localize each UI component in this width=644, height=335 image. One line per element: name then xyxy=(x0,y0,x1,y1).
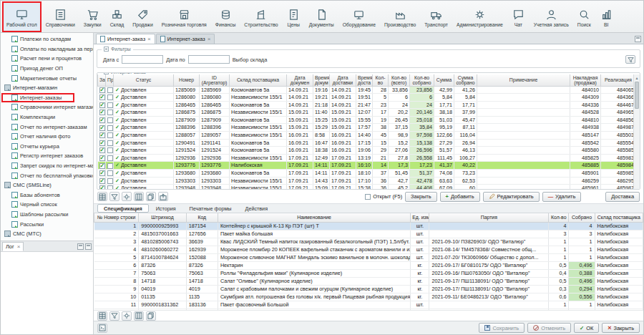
date-from-input[interactable] xyxy=(122,55,163,64)
order-row[interactable]: Доставлен 1293776 1293776 Налибокская 17… xyxy=(98,162,634,170)
sidebar-item[interactable]: Расчет пени и процентов xyxy=(1,54,93,64)
grid-columns-button[interactable] xyxy=(134,311,144,321)
order-processed-checkbox[interactable] xyxy=(107,110,113,115)
order-checked-checkbox[interactable] xyxy=(99,155,105,161)
toolbar-item-construction[interactable]: Строительство xyxy=(240,1,282,32)
ok-button[interactable]: ОК xyxy=(574,323,599,333)
close-button[interactable]: Закрыть xyxy=(602,323,640,333)
grid-export-button[interactable] xyxy=(158,192,168,201)
note-cell[interactable] xyxy=(477,147,570,155)
sidebar-item[interactable]: Приход денег ОП xyxy=(1,64,93,74)
delete-button[interactable]: —Удалить xyxy=(542,192,582,202)
spec-row[interactable]: 6 87326 87326 Нектарин кг. 2021-09-17/ Б… xyxy=(94,261,643,269)
grid-view-button[interactable] xyxy=(97,311,107,321)
tab-internet-order-1[interactable]: Интернет-заказ × xyxy=(96,34,155,44)
spec-row[interactable]: 2 4815037001663 127656 Пакет майка больш… xyxy=(94,230,643,238)
toolbar-item-documents[interactable]: Документы xyxy=(305,1,338,32)
order-checked-checkbox[interactable] xyxy=(99,163,105,169)
spec-tab[interactable]: История xyxy=(150,204,182,213)
grid-filter-button[interactable] xyxy=(109,311,119,321)
order-processed-checkbox[interactable] xyxy=(107,102,113,108)
order-processed-checkbox[interactable] xyxy=(107,117,113,123)
order-checked-checkbox[interactable] xyxy=(99,140,105,146)
note-cell[interactable] xyxy=(477,132,570,140)
log-console-button[interactable] xyxy=(97,324,107,333)
grid-settings-button[interactable] xyxy=(122,192,132,201)
cancel-button[interactable]: Отменить xyxy=(527,323,571,333)
sidebar-item[interactable]: Интернет-заказы xyxy=(1,93,93,103)
order-row[interactable]: Доставлен 1288057 1289057 Независимости … xyxy=(98,132,634,140)
toolbar-item-bi[interactable]: BI xyxy=(595,1,618,32)
spec-row[interactable]: 1 9900000925993 187154 Контейнер с крышк… xyxy=(94,222,643,230)
save-button[interactable]: Сохранить xyxy=(479,323,525,333)
spec-row[interactable]: 4 4810260060272 162939 Мороженое пломбир… xyxy=(94,246,643,253)
window-restore-icon[interactable] xyxy=(635,36,641,42)
order-checked-checkbox[interactable] xyxy=(99,117,105,123)
sidebar-item[interactable]: Регистр интернет заказов xyxy=(1,151,93,161)
order-processed-checkbox[interactable] xyxy=(107,94,113,100)
grid-settings-button[interactable] xyxy=(122,311,132,321)
order-row[interactable]: Доставлен 1287909 1287909 Космонавтов 5а… xyxy=(98,116,634,124)
sidebar-item[interactable]: Черный список xyxy=(1,200,93,210)
log-dock-icon[interactable] xyxy=(85,243,92,250)
spec-tab[interactable]: Спецификация xyxy=(97,204,149,213)
sidebar-item[interactable]: Запрет скидок по интернет-магазину xyxy=(1,161,93,171)
order-checked-checkbox[interactable] xyxy=(99,185,105,189)
order-checked-checkbox[interactable] xyxy=(99,110,105,115)
sidebar-item[interactable]: Интернет-магазин xyxy=(1,83,93,93)
sidebar-item[interactable]: Комплектации xyxy=(1,112,93,122)
grid-columns-button[interactable] xyxy=(134,192,144,201)
toolbar-item-desktop[interactable]: Рабочий стол xyxy=(2,1,42,32)
order-processed-checkbox[interactable] xyxy=(107,185,113,189)
order-processed-checkbox[interactable] xyxy=(107,132,113,138)
toolbar-item-purchases[interactable]: Закупки xyxy=(79,1,106,32)
order-checked-checkbox[interactable] xyxy=(99,170,105,176)
order-processed-checkbox[interactable] xyxy=(107,178,113,184)
toolbar-item-account[interactable]: Учетная запись xyxy=(530,1,573,32)
scroll-up-icon[interactable]: ▲ xyxy=(634,74,640,81)
note-cell[interactable] xyxy=(477,109,570,117)
note-cell[interactable] xyxy=(477,154,570,162)
tab-close-icon[interactable]: × xyxy=(147,36,151,42)
note-cell[interactable] xyxy=(477,124,570,132)
edit-button[interactable]: Редактировать xyxy=(483,192,540,202)
grid-copy-button[interactable] xyxy=(146,192,156,201)
sidebar-item[interactable]: Шаблоны рассылки xyxy=(1,210,93,220)
spec-tab[interactable]: Печатные формы xyxy=(183,204,238,213)
note-cell[interactable] xyxy=(477,94,570,102)
note-cell[interactable] xyxy=(477,185,570,189)
sidebar-item[interactable]: СМС (SMSLine) xyxy=(1,180,93,190)
order-row[interactable]: Доставлен 1291524 1291524 Космонавтов 5а… xyxy=(98,147,634,155)
order-processed-checkbox[interactable] xyxy=(107,155,113,161)
log-close-icon[interactable]: × xyxy=(17,243,21,250)
order-processed-checkbox[interactable] xyxy=(107,87,113,93)
order-row[interactable]: Доставлен 1293680 1293680 Космонавтов 5а… xyxy=(98,170,634,178)
order-processed-checkbox[interactable] xyxy=(107,170,113,176)
open-f5-toggle[interactable]: Открыт (F5) xyxy=(365,193,402,200)
spec-row[interactable]: 7 75063 75063 Роллы "Филадельфия маки" (… xyxy=(94,269,643,277)
order-processed-checkbox[interactable] xyxy=(107,163,113,169)
add-button[interactable]: +Добавить xyxy=(440,192,480,202)
toolbar-item-chat[interactable]: Чат xyxy=(507,1,530,32)
toolbar-item-search[interactable]: Поиск xyxy=(573,1,595,32)
order-row[interactable]: Доставлен 1286875 1286875 Независимости … xyxy=(98,109,634,117)
order-checked-checkbox[interactable] xyxy=(99,132,105,138)
log-tab[interactable]: Лог × xyxy=(2,242,24,251)
order-row[interactable]: Доставлен 1293303 1293303 Независимости … xyxy=(98,177,634,185)
open-f5-checkbox[interactable] xyxy=(365,194,371,200)
note-cell[interactable] xyxy=(477,116,570,124)
note-cell[interactable] xyxy=(477,170,570,178)
orders-vertical-scrollbar[interactable]: ▲ xyxy=(633,74,640,189)
filter-settings-button[interactable] xyxy=(625,55,635,64)
note-cell[interactable] xyxy=(477,139,570,147)
order-row[interactable]: Доставлен 1286080 1286080 Независимости … xyxy=(98,94,634,102)
scrollbar-thumb[interactable] xyxy=(635,82,639,109)
sidebar-item[interactable]: Оплаты по накладным за период xyxy=(1,44,93,54)
sidebar-item[interactable]: Базы абонентов xyxy=(1,190,93,200)
sidebar-item[interactable]: Рассылки xyxy=(1,219,93,229)
toolbar-item-warehouse[interactable]: Склад xyxy=(106,1,129,32)
note-cell[interactable] xyxy=(477,101,570,109)
sidebar-item[interactable]: Платежи по складам xyxy=(1,34,93,44)
sidebar-item[interactable]: Отчеты курьера xyxy=(1,142,93,152)
sidebar-item[interactable]: Отчет наличия фото xyxy=(1,132,93,142)
